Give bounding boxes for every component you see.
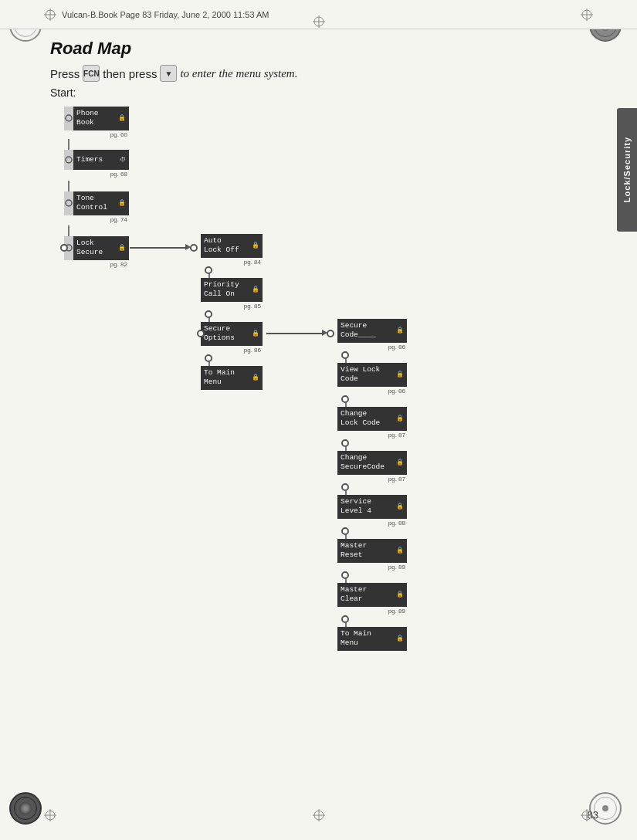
- autolockoff-icon: 🔒: [252, 242, 259, 249]
- crosshair-top-center: [313, 15, 325, 31]
- crosshair-bottom-left: [44, 809, 56, 825]
- viewlockcode-pgref: pg. 86: [337, 388, 407, 395]
- nav-dot-col3-1: [341, 351, 349, 359]
- horiz-arrow-2: [266, 333, 324, 334]
- crosshair-left: [44, 8, 56, 21]
- viewlockcode-label: View LockCode: [341, 365, 380, 384]
- nav-dot-col3-4: [341, 483, 349, 491]
- servicelevel-icon: 🔒: [396, 503, 404, 510]
- tonecontrol-lock-icon: 🔒: [118, 199, 126, 207]
- then-press-label: then press: [103, 67, 157, 80]
- servicelevel-label: ServiceLevel 4: [341, 497, 371, 517]
- menu-item-tonecontrol: ToneControl 🔒 pg. 74: [64, 191, 129, 223]
- phonebook-label: PhoneBook: [76, 109, 99, 128]
- prioritycallon-icon: 🔒: [252, 286, 259, 293]
- menu-item-secureoptions: SecureOptions 🔒 pg. 86: [201, 322, 263, 354]
- nav-dot-col3-entry: [327, 330, 334, 337]
- svg-point-7: [66, 157, 72, 163]
- to-label: to enter the menu system.: [180, 67, 297, 80]
- servicelevel-pgref: pg. 88: [337, 520, 407, 527]
- nav-dot-col3-5: [341, 527, 349, 535]
- masterreset-icon: 🔒: [396, 547, 404, 554]
- menu-item-masterreset: MasterReset 🔒 pg. 89: [337, 539, 407, 571]
- nav-dot-secureoptions: [197, 330, 205, 337]
- phonebook-pgref: pg. 60: [64, 131, 129, 138]
- tomain-col2-icon: 🔒: [252, 374, 259, 381]
- changesecurecode-label: ChangeSecureCode: [341, 453, 385, 472]
- securecode-icon: 🔒: [396, 327, 404, 334]
- locksecure-pgref: pg. 82: [64, 261, 129, 268]
- tomain-col3-label: To MainMenu: [341, 629, 371, 649]
- instruction: Press FCN then press ▼ to enter the menu…: [50, 65, 602, 82]
- menu-item-viewlockcode: View LockCode 🔒 pg. 86: [337, 363, 407, 395]
- locksecure-lock-icon: 🔒: [118, 244, 126, 252]
- svg-point-8: [66, 200, 72, 206]
- changelockcode-icon: 🔒: [396, 415, 404, 422]
- crosshair-bottom-right: [581, 809, 593, 825]
- viewlockcode-icon: 🔒: [396, 371, 404, 378]
- secureoptions-pgref: pg. 86: [201, 347, 263, 354]
- nav-dot-col2-entry: [190, 244, 198, 252]
- autolockoff-label: AutoLock Off: [204, 236, 239, 256]
- menu-item-changelockcode: ChangeLock Code 🔒 pg. 87: [337, 407, 407, 439]
- header-text: Vulcan-B.Book Page 83 Friday, June 2, 20…: [62, 10, 269, 19]
- secureoptions-icon: 🔒: [252, 330, 259, 337]
- tomain-col2-label: To MainMenu: [204, 368, 235, 388]
- timers-label: Timers: [76, 155, 103, 164]
- menu-item-locksecure: LockSecure 🔒 pg. 82: [64, 236, 129, 268]
- changelockcode-label: ChangeLock Code: [341, 409, 380, 428]
- menu-item-securecode: SecureCode____ 🔒 pg. 86: [337, 319, 407, 351]
- securecode-label: SecureCode____: [341, 321, 376, 340]
- timers-pgref: pg. 68: [64, 171, 129, 178]
- nav-dot-col3-7: [341, 615, 349, 623]
- start-label: Start:: [50, 86, 602, 99]
- menu-item-timers: Timers ⏱ pg. 68: [64, 150, 129, 178]
- svg-point-6: [66, 115, 72, 121]
- press-label: Press: [50, 67, 80, 80]
- nav-dot-col3-3: [341, 439, 349, 447]
- nav-dot-col2-3: [205, 354, 212, 362]
- menu-item-changesecurecode: ChangeSecureCode 🔒 pg. 87: [337, 451, 407, 483]
- masterclear-icon: 🔒: [396, 591, 404, 598]
- nav-dot-locksecure: [60, 244, 68, 252]
- side-tab: Lock/Security: [617, 108, 637, 232]
- crosshair-right: [581, 8, 593, 21]
- masterclear-label: MasterClear: [341, 585, 367, 605]
- menu-item-servicelevel: ServiceLevel 4 🔒 pg. 88: [337, 495, 407, 527]
- page-title: Road Map: [50, 39, 602, 59]
- changesecurecode-icon: 🔒: [396, 459, 404, 466]
- prioritycallon-pgref: pg. 85: [201, 303, 263, 310]
- changesecurecode-pgref: pg. 87: [337, 476, 407, 483]
- menu-item-tomain-col2: To MainMenu 🔒: [201, 366, 263, 390]
- side-tab-label: Lock/Security: [622, 137, 632, 202]
- nav-dot-col3-6: [341, 571, 349, 579]
- tonecontrol-label: ToneControl: [76, 194, 107, 213]
- fcn-button: FCN: [83, 65, 100, 82]
- main-content: Road Map Press FCN then press ▼ to enter…: [50, 39, 602, 801]
- masterreset-pgref: pg. 89: [337, 564, 407, 571]
- menu-item-autolockoff: AutoLock Off 🔒 pg. 84: [201, 234, 263, 266]
- locksecure-label: LockSecure: [76, 239, 103, 258]
- prioritycallon-label: PriorityCall On: [204, 280, 239, 300]
- diagram-area: PhoneBook 🔒 pg. 60 Timers ⏱ pg. 68: [50, 107, 575, 709]
- phonebook-lock-icon: 🔒: [118, 114, 126, 122]
- nav-dot-col3-2: [341, 395, 349, 403]
- nav-button: ▼: [160, 65, 177, 82]
- nav-dot-col2-2: [205, 310, 212, 318]
- horiz-arrow-1: [130, 247, 188, 249]
- timers-lock-icon: ⏱: [120, 156, 126, 164]
- menu-item-prioritycallon: PriorityCall On 🔒 pg. 85: [201, 278, 263, 310]
- corner-decoration-bl: [9, 792, 48, 831]
- autolockoff-pgref: pg. 84: [201, 259, 263, 266]
- tonecontrol-pgref: pg. 74: [64, 216, 129, 223]
- menu-item-phonebook: PhoneBook 🔒 pg. 60: [64, 107, 129, 138]
- secureoptions-label: SecureOptions: [204, 324, 235, 344]
- nav-dot-col2-1: [205, 266, 212, 274]
- menu-item-tomain-col3: To MainMenu 🔒: [337, 627, 407, 651]
- masterclear-pgref: pg. 89: [337, 608, 407, 615]
- masterreset-label: MasterReset: [341, 541, 367, 561]
- menu-item-masterclear: MasterClear 🔒 pg. 89: [337, 583, 407, 615]
- securecode-pgref: pg. 86: [337, 344, 407, 351]
- tomain-col3-icon: 🔒: [396, 635, 404, 642]
- changelockcode-pgref: pg. 87: [337, 432, 407, 439]
